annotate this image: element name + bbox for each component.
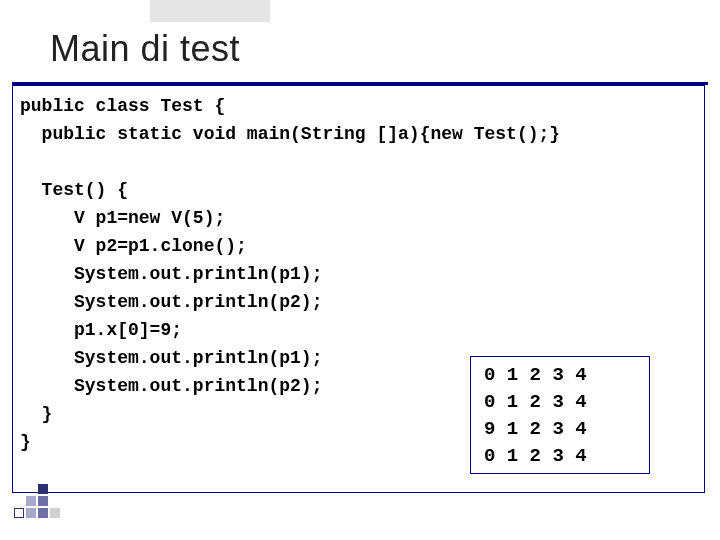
output-block: 0 1 2 3 4 0 1 2 3 4 9 1 2 3 4 0 1 2 3 4 xyxy=(484,362,587,470)
slide: Main di test public class Test { public … xyxy=(0,0,720,540)
slide-title: Main di test xyxy=(50,28,240,70)
decorative-blocks-icon xyxy=(14,478,70,522)
decorative-tab xyxy=(150,0,270,22)
